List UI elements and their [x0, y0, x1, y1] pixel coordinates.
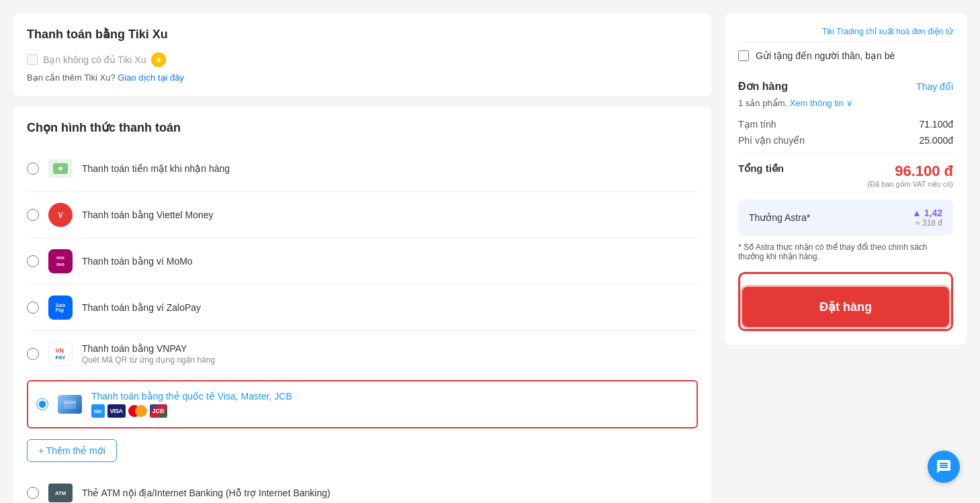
svg-rect-1: [58, 167, 62, 171]
svg-rect-2: [64, 400, 76, 409]
payment-option-viettel[interactable]: V Thanh toán bằng Viettel Money: [27, 192, 698, 238]
payment-option-card[interactable]: Thanh toán bằng thẻ quốc tế Visa, Master…: [27, 380, 698, 428]
order-header: Đơn hàng Thay đổi: [738, 80, 953, 93]
order-total-row: Tổng tiền 96.100 đ (Đã bao gồm VAT nếu c…: [738, 154, 953, 189]
payment-label-card: Thanh toán bằng thẻ quốc tế Visa, Master…: [91, 391, 292, 402]
order-change-link[interactable]: Thay đổi: [916, 81, 953, 92]
payment-label-viettel: Thanh toán bằng Viettel Money: [82, 210, 214, 220]
tiki-xu-title: Thanh toán bằng Tiki Xu: [27, 27, 698, 42]
order-view-info-link[interactable]: Xem thông tin ∨: [790, 98, 853, 108]
payment-sublabel-vnpay: Quét Mã QR từ ứng dụng ngân hàng: [82, 355, 215, 365]
jcb-logo: JCB: [150, 404, 167, 418]
payment-label-vnpay: Thanh toán bằng VNPAY: [82, 343, 215, 354]
cash-icon: [47, 155, 74, 182]
total-label: Tổng tiền: [738, 163, 784, 175]
gift-checkbox[interactable]: [738, 50, 749, 61]
tiki-xu-icon: ✦: [151, 52, 166, 67]
mastercard-logo: [128, 405, 147, 417]
card-logos: tiki VISA JCB: [91, 404, 292, 418]
payment-section-title: Chọn hình thức thanh toán: [27, 120, 698, 135]
astra-approx: ≈ 318 đ: [912, 218, 942, 228]
total-vat: (Đã bao gồm VAT nếu có): [867, 180, 953, 189]
invoice-note: Tiki Trading chỉ xuất hoá đơn điện tử: [738, 27, 953, 36]
payment-radio-zalopay[interactable]: [27, 302, 39, 314]
atm-icon: ATM: [47, 479, 74, 503]
payment-radio-cash[interactable]: [27, 163, 39, 175]
astra-value: ▲ 1,42 ≈ 318 đ: [912, 208, 942, 228]
subtotal-label: Tạm tính: [738, 119, 776, 130]
tiki-xu-info: Bạn cần thêm Tiki Xu? Giao dịch tại đây: [27, 73, 698, 83]
chat-button[interactable]: [928, 451, 960, 483]
tiki-xu-trade-link[interactable]: Giao dịch tại đây: [118, 73, 184, 83]
tiki-xu-checkbox[interactable]: [27, 54, 38, 65]
add-card-button[interactable]: + Thêm thẻ mới: [27, 439, 117, 462]
payment-option-momo[interactable]: momo Thanh toán bằng ví MoMo: [27, 238, 698, 285]
order-row-subtotal: Tạm tính 71.100đ: [738, 119, 953, 130]
momo-icon: momo: [47, 248, 74, 275]
place-order-button[interactable]: Đặt hàng: [742, 287, 949, 327]
payment-option-vnpay[interactable]: VN PAY Thanh toán bằng VNPAY Quét Mã QR …: [27, 331, 698, 377]
payment-radio-vnpay[interactable]: [27, 348, 39, 360]
gift-label: Gửi tặng đến người thân, bạn bè: [756, 50, 895, 61]
subtotal-value: 71.100đ: [919, 119, 953, 130]
astra-note: * Số Astra thực nhận có thể thay đổi the…: [738, 242, 953, 261]
payment-label-atm: Thẻ ATM nội địa/Internet Banking (Hỗ trợ…: [82, 488, 330, 498]
vnpay-icon: VN PAY: [47, 340, 74, 367]
card-icon: [56, 391, 83, 418]
payment-label-zalopay: Thanh toán bằng ví ZaloPay: [82, 302, 201, 313]
astra-label: Thưởng Astra*: [749, 212, 810, 223]
payment-option-atm[interactable]: ATM Thẻ ATM nội địa/Internet Banking (Hỗ…: [27, 470, 698, 503]
place-order-btn-wrapper: Đặt hàng: [738, 272, 953, 331]
astra-points: ▲ 1,42: [912, 208, 942, 218]
tiki-xu-section: Thanh toán bằng Tiki Xu Bạn không có đủ …: [13, 13, 711, 96]
viettel-icon: V: [47, 201, 74, 228]
order-row-shipping: Phí vận chuyển 25.000đ: [738, 135, 953, 146]
tiki-card-logo: tiki: [91, 404, 105, 418]
shipping-label: Phí vận chuyển: [738, 135, 805, 146]
order-product-info: 1 sản phẩm. Xem thông tin ∨: [738, 98, 953, 108]
zalopay-icon: ZaloPay: [47, 294, 74, 321]
payment-label-momo: Thanh toán bằng ví MoMo: [82, 256, 193, 267]
payment-section: Chọn hình thức thanh toán Thanh toán tiề…: [13, 107, 711, 503]
payment-radio-atm[interactable]: [27, 487, 39, 499]
shipping-value: 25.000đ: [919, 135, 953, 146]
payment-label-cash: Thanh toán tiền mặt khi nhận hàng: [82, 163, 230, 174]
astra-box: Thưởng Astra* ▲ 1,42 ≈ 318 đ: [738, 199, 953, 236]
right-card: Tiki Trading chỉ xuất hoá đơn điện tử Gử…: [725, 13, 967, 345]
payment-radio-card[interactable]: [36, 398, 48, 410]
svg-rect-3: [64, 402, 76, 404]
visa-logo: VISA: [107, 404, 126, 418]
total-right: 96.100 đ (Đã bao gồm VAT nếu có): [867, 163, 953, 189]
payment-label-block-card: Thanh toán bằng thẻ quốc tế Visa, Master…: [91, 391, 292, 418]
payment-radio-viettel[interactable]: [27, 209, 39, 221]
order-title: Đơn hàng: [738, 80, 788, 93]
payment-option-zalopay[interactable]: ZaloPay Thanh toán bằng ví ZaloPay: [27, 285, 698, 331]
gift-row: Gửi tặng đến người thân, bạn bè: [738, 42, 953, 69]
total-value: 96.100 đ: [867, 163, 953, 180]
tiki-xu-not-enough: Bạn không có đủ Tiki Xu: [43, 54, 146, 65]
payment-option-cash[interactable]: Thanh toán tiền mặt khi nhận hàng: [27, 146, 698, 192]
order-section: Đơn hàng Thay đổi 1 sản phẩm. Xem thông …: [738, 80, 953, 331]
payment-radio-momo[interactable]: [27, 255, 39, 267]
payment-label-block-vnpay: Thanh toán bằng VNPAY Quét Mã QR từ ứng …: [82, 343, 215, 365]
